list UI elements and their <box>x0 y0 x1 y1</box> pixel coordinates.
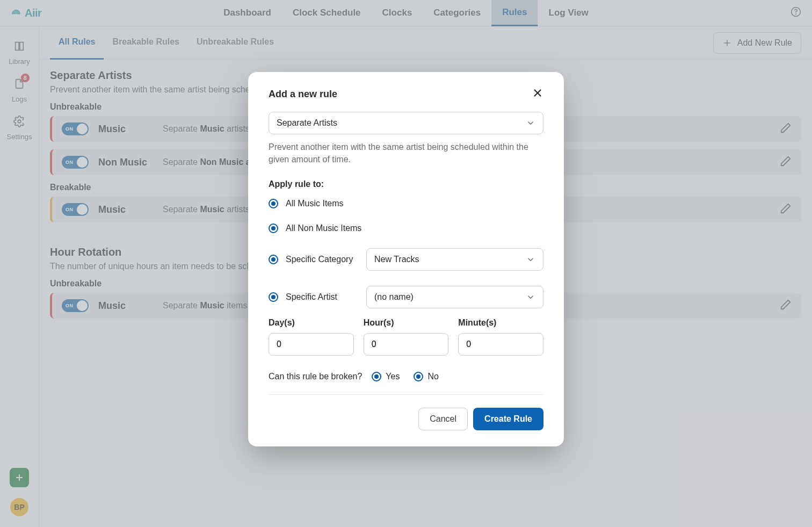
radio-input[interactable] <box>414 372 423 381</box>
add-rule-modal: Add a new rule Separate Artists Prevent … <box>248 72 564 446</box>
radio-input[interactable] <box>372 372 381 381</box>
radio-input[interactable] <box>269 223 278 233</box>
radio-label: Specific Category <box>286 255 353 264</box>
modal-close-button[interactable] <box>532 87 543 101</box>
breakable-yes-option[interactable]: Yes <box>372 372 400 381</box>
breakable-question-row: Can this rule be broken? Yes No <box>269 372 543 395</box>
radio-label: All Music Items <box>286 199 344 208</box>
rule-type-hint: Prevent another item with the same artis… <box>269 141 543 165</box>
radio-label: No <box>427 372 438 381</box>
category-select[interactable]: New Tracks <box>366 248 543 271</box>
hours-label: Hour(s) <box>364 318 449 328</box>
radio-specific-artist[interactable]: Specific Artist (no name) <box>269 286 543 308</box>
modal-overlay[interactable]: Add a new rule Separate Artists Prevent … <box>0 0 812 527</box>
radio-label: All Non Music Items <box>286 223 361 233</box>
modal-footer: Cancel Create Rule <box>269 408 543 430</box>
radio-input[interactable] <box>269 199 278 208</box>
breakable-question: Can this rule be broken? <box>269 372 362 381</box>
hours-input[interactable] <box>364 333 449 356</box>
radio-input[interactable] <box>269 292 278 302</box>
radio-all-music[interactable]: All Music Items <box>269 199 543 208</box>
modal-title: Add a new rule <box>269 89 337 100</box>
artist-select[interactable]: (no name) <box>366 286 543 308</box>
chevron-down-icon <box>526 292 535 302</box>
chevron-down-icon <box>526 255 535 264</box>
close-icon <box>532 87 543 99</box>
days-input[interactable] <box>269 333 354 356</box>
radio-input[interactable] <box>269 255 278 264</box>
radio-specific-category[interactable]: Specific Category New Tracks <box>269 248 543 271</box>
radio-label: Specific Artist <box>286 292 337 302</box>
minutes-label: Minute(s) <box>458 318 543 328</box>
radio-all-non-music[interactable]: All Non Music Items <box>269 223 543 233</box>
rule-type-select[interactable]: Separate Artists <box>269 112 543 134</box>
breakable-no-option[interactable]: No <box>414 372 438 381</box>
days-label: Day(s) <box>269 318 354 328</box>
artist-value: (no name) <box>374 292 414 302</box>
category-value: New Tracks <box>374 255 419 264</box>
chevron-down-icon <box>526 118 535 128</box>
rule-type-value: Separate Artists <box>277 118 337 128</box>
apply-rule-heading: Apply rule to: <box>269 179 543 189</box>
cancel-button[interactable]: Cancel <box>418 408 468 430</box>
create-rule-button[interactable]: Create Rule <box>473 408 543 430</box>
minutes-input[interactable] <box>458 333 543 356</box>
radio-label: Yes <box>386 372 400 381</box>
duration-inputs: Day(s) Hour(s) Minute(s) <box>269 318 543 356</box>
